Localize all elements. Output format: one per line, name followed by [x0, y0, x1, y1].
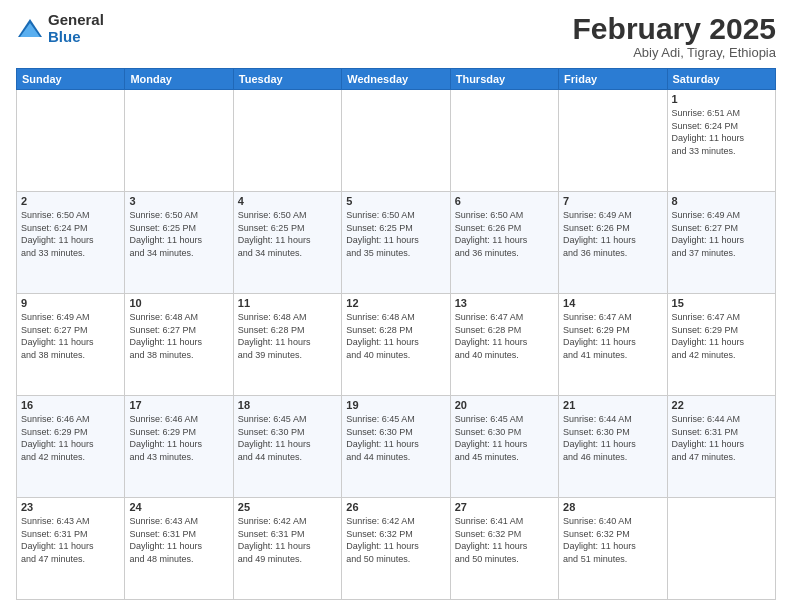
- day-number: 1: [672, 93, 771, 105]
- calendar-cell: 15Sunrise: 6:47 AM Sunset: 6:29 PM Dayli…: [667, 294, 775, 396]
- day-info: Sunrise: 6:44 AM Sunset: 6:30 PM Dayligh…: [563, 413, 662, 463]
- calendar-cell: 22Sunrise: 6:44 AM Sunset: 6:31 PM Dayli…: [667, 396, 775, 498]
- calendar-cell: 1Sunrise: 6:51 AM Sunset: 6:24 PM Daylig…: [667, 90, 775, 192]
- calendar-cell: 16Sunrise: 6:46 AM Sunset: 6:29 PM Dayli…: [17, 396, 125, 498]
- day-info: Sunrise: 6:42 AM Sunset: 6:31 PM Dayligh…: [238, 515, 337, 565]
- day-number: 9: [21, 297, 120, 309]
- calendar-cell: 14Sunrise: 6:47 AM Sunset: 6:29 PM Dayli…: [559, 294, 667, 396]
- day-info: Sunrise: 6:49 AM Sunset: 6:27 PM Dayligh…: [21, 311, 120, 361]
- calendar-header-row: SundayMondayTuesdayWednesdayThursdayFrid…: [17, 69, 776, 90]
- day-number: 15: [672, 297, 771, 309]
- day-number: 21: [563, 399, 662, 411]
- weekday-header-wednesday: Wednesday: [342, 69, 450, 90]
- day-info: Sunrise: 6:48 AM Sunset: 6:28 PM Dayligh…: [238, 311, 337, 361]
- calendar-cell: 25Sunrise: 6:42 AM Sunset: 6:31 PM Dayli…: [233, 498, 341, 600]
- day-info: Sunrise: 6:50 AM Sunset: 6:26 PM Dayligh…: [455, 209, 554, 259]
- day-info: Sunrise: 6:46 AM Sunset: 6:29 PM Dayligh…: [129, 413, 228, 463]
- day-info: Sunrise: 6:40 AM Sunset: 6:32 PM Dayligh…: [563, 515, 662, 565]
- day-info: Sunrise: 6:44 AM Sunset: 6:31 PM Dayligh…: [672, 413, 771, 463]
- day-info: Sunrise: 6:50 AM Sunset: 6:25 PM Dayligh…: [129, 209, 228, 259]
- day-number: 5: [346, 195, 445, 207]
- day-info: Sunrise: 6:46 AM Sunset: 6:29 PM Dayligh…: [21, 413, 120, 463]
- day-number: 18: [238, 399, 337, 411]
- day-number: 26: [346, 501, 445, 513]
- day-number: 25: [238, 501, 337, 513]
- calendar-week-2: 9Sunrise: 6:49 AM Sunset: 6:27 PM Daylig…: [17, 294, 776, 396]
- weekday-header-saturday: Saturday: [667, 69, 775, 90]
- weekday-header-thursday: Thursday: [450, 69, 558, 90]
- calendar-week-4: 23Sunrise: 6:43 AM Sunset: 6:31 PM Dayli…: [17, 498, 776, 600]
- weekday-header-monday: Monday: [125, 69, 233, 90]
- day-info: Sunrise: 6:49 AM Sunset: 6:27 PM Dayligh…: [672, 209, 771, 259]
- calendar-cell: 17Sunrise: 6:46 AM Sunset: 6:29 PM Dayli…: [125, 396, 233, 498]
- calendar-cell: [667, 498, 775, 600]
- day-number: 11: [238, 297, 337, 309]
- calendar-cell: 3Sunrise: 6:50 AM Sunset: 6:25 PM Daylig…: [125, 192, 233, 294]
- calendar-cell: 2Sunrise: 6:50 AM Sunset: 6:24 PM Daylig…: [17, 192, 125, 294]
- calendar-cell: 13Sunrise: 6:47 AM Sunset: 6:28 PM Dayli…: [450, 294, 558, 396]
- calendar-cell: 28Sunrise: 6:40 AM Sunset: 6:32 PM Dayli…: [559, 498, 667, 600]
- calendar-cell: [125, 90, 233, 192]
- day-number: 23: [21, 501, 120, 513]
- day-info: Sunrise: 6:47 AM Sunset: 6:28 PM Dayligh…: [455, 311, 554, 361]
- weekday-header-sunday: Sunday: [17, 69, 125, 90]
- day-number: 3: [129, 195, 228, 207]
- logo-icon: [16, 15, 44, 43]
- day-info: Sunrise: 6:51 AM Sunset: 6:24 PM Dayligh…: [672, 107, 771, 157]
- calendar-cell: 7Sunrise: 6:49 AM Sunset: 6:26 PM Daylig…: [559, 192, 667, 294]
- day-number: 2: [21, 195, 120, 207]
- calendar-cell: [559, 90, 667, 192]
- day-info: Sunrise: 6:45 AM Sunset: 6:30 PM Dayligh…: [238, 413, 337, 463]
- day-info: Sunrise: 6:41 AM Sunset: 6:32 PM Dayligh…: [455, 515, 554, 565]
- day-info: Sunrise: 6:45 AM Sunset: 6:30 PM Dayligh…: [346, 413, 445, 463]
- day-info: Sunrise: 6:50 AM Sunset: 6:25 PM Dayligh…: [346, 209, 445, 259]
- day-info: Sunrise: 6:50 AM Sunset: 6:24 PM Dayligh…: [21, 209, 120, 259]
- calendar-cell: 12Sunrise: 6:48 AM Sunset: 6:28 PM Dayli…: [342, 294, 450, 396]
- day-number: 19: [346, 399, 445, 411]
- day-info: Sunrise: 6:49 AM Sunset: 6:26 PM Dayligh…: [563, 209, 662, 259]
- calendar-cell: 23Sunrise: 6:43 AM Sunset: 6:31 PM Dayli…: [17, 498, 125, 600]
- logo: General Blue: [16, 12, 104, 45]
- day-info: Sunrise: 6:47 AM Sunset: 6:29 PM Dayligh…: [672, 311, 771, 361]
- day-info: Sunrise: 6:50 AM Sunset: 6:25 PM Dayligh…: [238, 209, 337, 259]
- calendar-cell: 6Sunrise: 6:50 AM Sunset: 6:26 PM Daylig…: [450, 192, 558, 294]
- day-info: Sunrise: 6:43 AM Sunset: 6:31 PM Dayligh…: [21, 515, 120, 565]
- location: Abiy Adi, Tigray, Ethiopia: [573, 45, 776, 60]
- day-number: 27: [455, 501, 554, 513]
- day-number: 6: [455, 195, 554, 207]
- calendar-cell: 4Sunrise: 6:50 AM Sunset: 6:25 PM Daylig…: [233, 192, 341, 294]
- calendar-cell: 26Sunrise: 6:42 AM Sunset: 6:32 PM Dayli…: [342, 498, 450, 600]
- calendar-cell: 20Sunrise: 6:45 AM Sunset: 6:30 PM Dayli…: [450, 396, 558, 498]
- calendar-cell: 11Sunrise: 6:48 AM Sunset: 6:28 PM Dayli…: [233, 294, 341, 396]
- day-number: 7: [563, 195, 662, 207]
- calendar-cell: 24Sunrise: 6:43 AM Sunset: 6:31 PM Dayli…: [125, 498, 233, 600]
- calendar-cell: 19Sunrise: 6:45 AM Sunset: 6:30 PM Dayli…: [342, 396, 450, 498]
- calendar-cell: [233, 90, 341, 192]
- calendar-week-3: 16Sunrise: 6:46 AM Sunset: 6:29 PM Dayli…: [17, 396, 776, 498]
- day-number: 20: [455, 399, 554, 411]
- day-number: 8: [672, 195, 771, 207]
- header: General Blue February 2025 Abiy Adi, Tig…: [16, 12, 776, 60]
- page: General Blue February 2025 Abiy Adi, Tig…: [0, 0, 792, 612]
- day-info: Sunrise: 6:45 AM Sunset: 6:30 PM Dayligh…: [455, 413, 554, 463]
- day-info: Sunrise: 6:48 AM Sunset: 6:27 PM Dayligh…: [129, 311, 228, 361]
- calendar-cell: 10Sunrise: 6:48 AM Sunset: 6:27 PM Dayli…: [125, 294, 233, 396]
- calendar-cell: 5Sunrise: 6:50 AM Sunset: 6:25 PM Daylig…: [342, 192, 450, 294]
- calendar-cell: 18Sunrise: 6:45 AM Sunset: 6:30 PM Dayli…: [233, 396, 341, 498]
- calendar-week-0: 1Sunrise: 6:51 AM Sunset: 6:24 PM Daylig…: [17, 90, 776, 192]
- day-info: Sunrise: 6:43 AM Sunset: 6:31 PM Dayligh…: [129, 515, 228, 565]
- calendar-week-1: 2Sunrise: 6:50 AM Sunset: 6:24 PM Daylig…: [17, 192, 776, 294]
- logo-text: General Blue: [48, 12, 104, 45]
- day-info: Sunrise: 6:48 AM Sunset: 6:28 PM Dayligh…: [346, 311, 445, 361]
- day-number: 12: [346, 297, 445, 309]
- day-number: 4: [238, 195, 337, 207]
- logo-general: General: [48, 12, 104, 29]
- day-info: Sunrise: 6:42 AM Sunset: 6:32 PM Dayligh…: [346, 515, 445, 565]
- weekday-header-friday: Friday: [559, 69, 667, 90]
- day-number: 16: [21, 399, 120, 411]
- day-number: 28: [563, 501, 662, 513]
- header-right: February 2025 Abiy Adi, Tigray, Ethiopia: [573, 12, 776, 60]
- calendar-cell: [450, 90, 558, 192]
- day-number: 24: [129, 501, 228, 513]
- day-number: 13: [455, 297, 554, 309]
